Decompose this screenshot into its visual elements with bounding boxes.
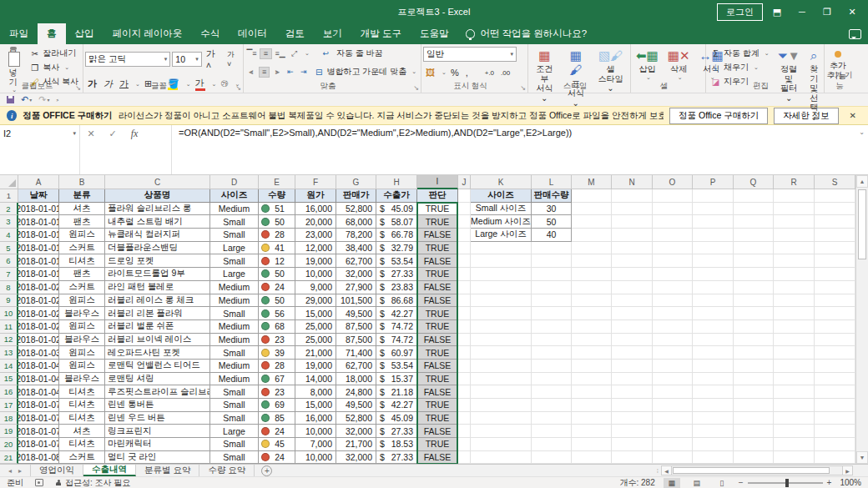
cell-C8[interactable]: 라인 패턴 볼레로 (105, 281, 210, 294)
tab-split-handle[interactable]: ⁞ (657, 467, 658, 475)
cell-I16[interactable]: FALSE (417, 385, 458, 399)
cell-C15[interactable]: 로맨팅 셔링 (105, 373, 210, 386)
cut-button[interactable]: ✂잘라내기 (27, 47, 81, 60)
cell-G15[interactable]: 18,000 (336, 373, 376, 386)
cell-G18[interactable]: 52,800 (336, 412, 376, 425)
cell-S9[interactable] (815, 294, 855, 308)
paste-button[interactable]: 붙여넣기⌄ (2, 47, 24, 82)
cell-I19[interactable]: FALSE (417, 425, 458, 438)
cell-K7[interactable] (471, 268, 532, 281)
column-header-J[interactable]: J (458, 175, 471, 189)
confirm-entry-icon[interactable]: ✓ (102, 125, 124, 142)
cell-N6[interactable] (612, 254, 653, 268)
cell-A17[interactable]: 2018-01-07 (18, 399, 59, 412)
cell-J18[interactable] (458, 412, 471, 425)
vertical-scrollbar[interactable]: ▲ ▼ (855, 175, 868, 464)
cell-B5[interactable]: 스커트 (59, 242, 105, 255)
align-bottom-icon[interactable]: ≡▁ (274, 48, 286, 59)
cell-K20[interactable] (471, 438, 532, 451)
cell-F4[interactable]: 23,000 (295, 229, 336, 242)
cell-A18[interactable]: 2018-01-07 (18, 412, 59, 425)
cell-A5[interactable]: 2018-01-01 (18, 242, 59, 255)
accounting-format-button[interactable]: 🖼 (423, 67, 437, 78)
cell-A14[interactable]: 2018-01-04 (18, 360, 59, 373)
cell-F9[interactable]: 29,000 (295, 294, 336, 308)
cell-J1[interactable] (458, 189, 471, 203)
cell-M9[interactable] (572, 294, 612, 308)
cell-B12[interactable]: 블라우스 (59, 334, 105, 347)
number-format-combo[interactable]: 일반▾ (423, 47, 517, 62)
column-header-G[interactable]: G (336, 175, 376, 189)
cell-H15[interactable]: $15.37 (376, 373, 417, 386)
customize-qat-icon[interactable]: ⸗ (56, 96, 58, 103)
cell-S6[interactable] (815, 254, 855, 268)
cell-E11[interactable]: 68 (259, 320, 295, 334)
cell-H13[interactable]: $60.97 (376, 346, 417, 360)
cell-K10[interactable] (471, 307, 532, 320)
cell-L5[interactable] (532, 242, 572, 255)
column-header-C[interactable]: C (105, 175, 210, 189)
vertical-scroll-thumb[interactable] (858, 189, 866, 259)
ribbon-tab-수식[interactable]: 수식 (191, 23, 229, 44)
cell-H1[interactable]: 수출가 (376, 189, 417, 203)
cell-B11[interactable]: 원피스 (59, 320, 105, 334)
fill-button[interactable]: ⤓채우기⌄ (708, 61, 772, 74)
cell-O20[interactable] (653, 438, 693, 451)
cell-P1[interactable] (693, 189, 734, 203)
cell-G9[interactable]: 101,500 (336, 294, 376, 308)
tell-me-search[interactable]: 어떤 작업을 원하시나요? (457, 23, 595, 44)
cell-E4[interactable]: 28 (259, 229, 295, 242)
column-header-H[interactable]: H (376, 175, 417, 189)
cell-N16[interactable] (612, 385, 653, 399)
cell-I14[interactable]: FALSE (417, 360, 458, 373)
cell-I21[interactable]: FALSE (417, 451, 458, 464)
cell-R8[interactable] (774, 281, 815, 294)
column-header-B[interactable]: B (59, 175, 105, 189)
cell-P8[interactable] (693, 281, 734, 294)
cell-B7[interactable]: 팬츠 (59, 268, 105, 281)
ribbon-tab-보기[interactable]: 보기 (314, 23, 351, 44)
column-header-A[interactable]: A (18, 175, 59, 189)
cell-O2[interactable] (653, 203, 693, 216)
cell-N9[interactable] (612, 294, 653, 308)
horizontal-scroll-thumb[interactable] (673, 467, 830, 474)
cell-H2[interactable]: $45.09 (376, 203, 417, 216)
cell-C6[interactable]: 드로잉 포켓 (105, 254, 210, 268)
cell-O1[interactable] (653, 189, 693, 203)
cell-H10[interactable]: $42.27 (376, 307, 417, 320)
cell-H11[interactable]: $74.72 (376, 320, 417, 334)
cell-C14[interactable]: 로맨틱 언밸런스 티어드 (105, 360, 210, 373)
cell-S7[interactable] (815, 268, 855, 281)
cell-P14[interactable] (693, 360, 734, 373)
formula-input[interactable]: =OR(AND(D2="Small",E2>Small),AND(D2="Med… (172, 125, 868, 174)
cell-F11[interactable]: 25,000 (295, 320, 336, 334)
cell-A12[interactable]: 2018-01-02 (18, 334, 59, 347)
cell-D4[interactable]: Small (210, 229, 259, 242)
cell-O17[interactable] (653, 399, 693, 412)
cell-R2[interactable] (774, 203, 815, 216)
cell-B9[interactable]: 원피스 (59, 294, 105, 308)
cell-K21[interactable] (471, 451, 532, 464)
cell-M20[interactable] (572, 438, 612, 451)
cell-E6[interactable]: 12 (259, 254, 295, 268)
cell-E9[interactable]: 50 (259, 294, 295, 308)
font-dialog-launcher[interactable]: ↘ (235, 84, 241, 92)
cell-O11[interactable] (653, 320, 693, 334)
cell-J10[interactable] (458, 307, 471, 320)
cell-H9[interactable]: $86.68 (376, 294, 417, 308)
cell-Q8[interactable] (734, 281, 774, 294)
cell-E1[interactable]: 수량 (259, 189, 295, 203)
cell-G20[interactable]: 21,700 (336, 438, 376, 451)
cell-J21[interactable] (458, 451, 471, 464)
row-header-11[interactable]: 11 (0, 320, 18, 334)
cell-B6[interactable]: 티셔츠 (59, 254, 105, 268)
cell-O6[interactable] (653, 254, 693, 268)
cell-I18[interactable]: TRUE (417, 412, 458, 425)
cell-R11[interactable] (774, 320, 815, 334)
cell-R18[interactable] (774, 412, 815, 425)
cell-P5[interactable] (693, 242, 734, 255)
orientation-icon[interactable]: ⤢ (288, 48, 300, 59)
cell-A6[interactable]: 2018-01-01 (18, 254, 59, 268)
cell-I12[interactable]: FALSE (417, 334, 458, 347)
cell-Q12[interactable] (734, 334, 774, 347)
